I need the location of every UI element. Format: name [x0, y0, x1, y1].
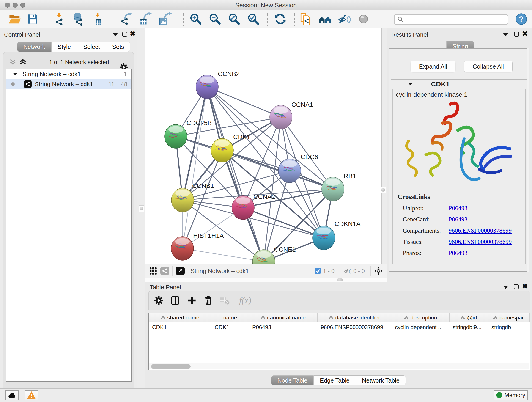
expand-all-icon[interactable]: [19, 58, 27, 66]
table-panel-close-button[interactable]: ✖: [521, 283, 529, 290]
edge-CCNB2-CCNA1[interactable]: [207, 87, 281, 117]
left-splitter[interactable]: [137, 28, 145, 388]
first-neighbors-button[interactable]: [318, 12, 332, 26]
create-column-button[interactable]: [185, 294, 198, 307]
crosslink-link[interactable]: P06493: [449, 216, 468, 223]
clone-network-icon: [300, 13, 313, 26]
tab-style[interactable]: Style: [51, 42, 77, 52]
results-scrollbar[interactable]: [526, 48, 529, 272]
network-row-selected[interactable]: String Network – cdk1 11 48: [6, 79, 131, 89]
memory-button[interactable]: Memory: [494, 390, 528, 400]
column-header-shared-name[interactable]: shared name: [149, 313, 211, 322]
node-RB1[interactable]: RB1: [322, 172, 356, 201]
tab-sets[interactable]: Sets: [106, 42, 130, 52]
edge-CCNB2-CDKN1A[interactable]: [207, 87, 324, 238]
crosslink-link[interactable]: P06493: [449, 249, 468, 257]
help-button[interactable]: ?: [514, 12, 528, 26]
column-header-canonical-name[interactable]: canonical name: [249, 313, 317, 322]
scrollbar-thumb[interactable]: [151, 364, 191, 369]
column-header-namespac[interactable]: namespac: [488, 313, 530, 322]
control-panel-menu-button[interactable]: [111, 31, 119, 38]
results-panel-close-button[interactable]: ✖: [521, 30, 529, 37]
crosslink-link[interactable]: P06493: [449, 205, 468, 212]
node-CCNA1[interactable]: CCNA1: [270, 101, 313, 129]
network-graph[interactable]: CCNB2CCNA1CDC25BCDK1CDC6RB1CCNB1CCNA2CDK…: [145, 28, 381, 264]
node-HIST1H1A[interactable]: HIST1H1A: [171, 232, 224, 260]
expand-all-button[interactable]: Expand All: [411, 61, 456, 72]
zoom-in-button[interactable]: [188, 12, 203, 26]
open-in-browser-icon[interactable]: [176, 267, 185, 275]
node-CCNA2[interactable]: CCNA2: [232, 193, 275, 220]
delete-column-button[interactable]: [202, 294, 215, 307]
show-columns-button[interactable]: [169, 294, 182, 307]
zoom-out-button[interactable]: [208, 12, 222, 26]
cell-name[interactable]: CDK1: [211, 324, 249, 331]
cell-namespac[interactable]: stringdb: [488, 324, 530, 331]
crosslink-link[interactable]: 9606.ENSP00000378699: [449, 227, 512, 234]
network-canvas[interactable]: CCNB2CCNA1CDC25BCDK1CDC6RB1CCNB1CCNA2CDK…: [145, 28, 381, 264]
edge-HIST1H1A-CCNB2[interactable]: [182, 87, 207, 249]
table-horizontal-scrollbar[interactable]: [149, 363, 529, 370]
warnings-button[interactable]: [25, 390, 38, 400]
export-network-button[interactable]: [119, 12, 133, 26]
clone-network-button[interactable]: [299, 12, 313, 26]
right-splitter[interactable]: [381, 28, 387, 282]
zoom-fit-button[interactable]: [227, 12, 241, 26]
hidden-eye-icon[interactable]: [344, 267, 351, 275]
show-all-button[interactable]: [356, 12, 371, 26]
column-header-description[interactable]: description: [392, 313, 450, 322]
import-network-database-button[interactable]: [71, 12, 85, 26]
horizontal-splitter-handle[interactable]: [337, 279, 343, 281]
zoom-selected-button[interactable]: [246, 12, 260, 26]
control-panel-float-button[interactable]: [121, 31, 129, 38]
collapse-all-icon[interactable]: [9, 58, 17, 66]
cell-@id[interactable]: stringdb:9...: [450, 324, 488, 331]
tab-network-table[interactable]: Network Table: [356, 375, 406, 385]
tab-edge-table[interactable]: Edge Table: [314, 375, 356, 385]
tab-network[interactable]: Network: [17, 42, 51, 52]
column-header-name[interactable]: name: [211, 313, 249, 322]
edge-CCNB2-RB1[interactable]: [207, 87, 333, 189]
left-splitter-handle[interactable]: [139, 205, 144, 212]
application-window: Session: New Session: [0, 0, 532, 402]
node-CCNB2[interactable]: CCNB2: [196, 70, 240, 99]
edge-HIST1H1A-CCNE1[interactable]: [182, 249, 264, 262]
crosshair-icon[interactable]: [374, 266, 383, 275]
import-table-button[interactable]: [91, 12, 105, 26]
node-CDC6[interactable]: CDC6: [278, 153, 318, 183]
open-session-button[interactable]: [8, 12, 22, 26]
toolbar-separator: [114, 13, 114, 26]
tab-node-table[interactable]: Node Table: [271, 375, 314, 385]
column-header-database-identifier[interactable]: database identifier: [317, 313, 392, 322]
cell-description[interactable]: cyclin-dependent ...: [392, 324, 450, 331]
cell-shared-name[interactable]: CDK1: [149, 324, 211, 331]
control-panel-close-button[interactable]: ✖: [129, 30, 137, 37]
import-network-file-button[interactable]: [52, 12, 66, 26]
export-image-button[interactable]: [158, 12, 172, 26]
search-input[interactable]: [405, 15, 508, 24]
cell-database-identifier[interactable]: 9606.ENSP00000378699: [317, 324, 392, 331]
hide-selected-button[interactable]: [337, 12, 351, 26]
results-panel-menu-button[interactable]: [502, 31, 510, 38]
network-collection-row[interactable]: String Network – cdk1 1: [6, 69, 131, 79]
cell-canonical-name[interactable]: P06493: [249, 324, 317, 331]
collapse-all-button[interactable]: Collapse All: [464, 61, 513, 72]
table-panel-menu-button[interactable]: [502, 284, 510, 291]
table-row[interactable]: CDK1CDK1P064939606.ENSP00000378699cyclin…: [149, 322, 530, 332]
results-panel-float-button[interactable]: [513, 31, 520, 38]
refresh-button[interactable]: [273, 12, 287, 26]
tree-expander-icon[interactable]: [13, 73, 17, 75]
crosslink-link[interactable]: 9606.ENSP00000378699: [449, 238, 512, 245]
save-session-button[interactable]: [26, 12, 40, 26]
node-CDKN1A[interactable]: CDKN1A: [312, 220, 361, 250]
column-header-@id[interactable]: @id: [450, 313, 488, 322]
tab-select[interactable]: Select: [77, 42, 106, 52]
birdseye-grid-icon[interactable]: [149, 267, 157, 275]
table-panel-float-button[interactable]: [512, 283, 520, 290]
cloud-status-button[interactable]: [5, 390, 19, 400]
export-table-button[interactable]: [138, 12, 152, 26]
gene-section-header[interactable]: CDK1: [391, 80, 527, 89]
table-settings-button[interactable]: [152, 294, 165, 307]
selected-checkbox-icon[interactable]: [314, 268, 321, 274]
section-expander-icon[interactable]: [408, 83, 412, 85]
